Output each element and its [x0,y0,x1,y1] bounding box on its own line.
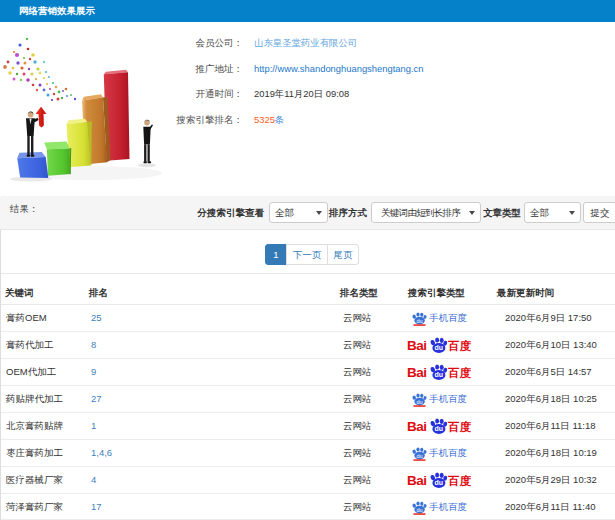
svg-text:du: du [435,344,444,351]
svg-text:du: du [417,452,423,458]
svg-text:du: du [417,317,423,323]
svg-text:du: du [435,371,444,378]
svg-text:du: du [417,398,423,404]
svg-text:du: du [435,425,444,432]
svg-text:du: du [435,479,444,486]
svg-text:du: du [417,506,423,512]
